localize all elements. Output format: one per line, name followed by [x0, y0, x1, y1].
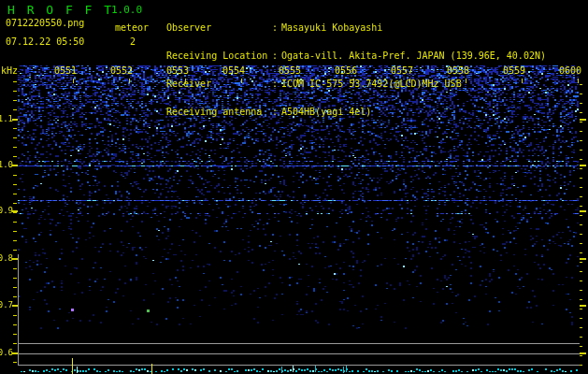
app-title: H R O F F T — [7, 3, 114, 17]
info-label: Receiver — [166, 79, 272, 89]
time-tick-label: 0555 — [276, 65, 304, 76]
info-value: Ogata-vill. Akita-Pref. JAPAN (139.96E, … — [281, 51, 546, 61]
info-colon: : — [272, 108, 281, 117]
info-label: Receiving antenna — [166, 108, 272, 117]
freq-tick-label: 0.6 — [0, 348, 13, 357]
time-tick-label: 0559 — [500, 65, 528, 76]
time-tick-label: 0551 — [51, 65, 79, 76]
info-row-observer: Observer:Masayuki Kobayashi — [166, 23, 546, 33]
time-tick-label: 0552 — [108, 65, 136, 76]
time-tick-label: 0600 — [556, 65, 584, 76]
info-colon: : — [272, 51, 281, 61]
info-value: ICOM IC-575 53.7492(@LCD)MHz USB — [281, 79, 462, 89]
freq-tick-label: 1.0 — [0, 160, 13, 169]
info-label: Observer — [166, 23, 272, 33]
app-version: 1.0.0 — [111, 4, 142, 16]
hrofft-window: H R O F F T 1.0.0 0712220550.png meteor … — [0, 0, 588, 374]
meteor-count: 2 — [130, 36, 136, 47]
info-row-receiver: Receiver:ICOM IC-575 53.7492(@LCD)MHz US… — [166, 79, 546, 89]
mode-label: meteor — [115, 22, 149, 33]
info-row-location: Receiving Location:Ogata-vill. Akita-Pre… — [166, 51, 546, 61]
info-value: A504HB(yagi 4el) — [281, 108, 371, 117]
info-colon: : — [272, 23, 281, 33]
time-tick-label: 0557 — [388, 65, 416, 76]
freq-tick-label: 0.8 — [0, 253, 13, 263]
info-label: Receiving Location — [166, 51, 272, 61]
info-colon: : — [272, 79, 281, 89]
time-tick-label: 0553 — [164, 65, 192, 76]
y-axis-unit-label: kHz — [1, 65, 18, 76]
output-filename: 0712220550.png — [6, 18, 84, 28]
freq-tick-label: 1.1 — [0, 114, 13, 123]
time-tick-label: 0558 — [444, 65, 472, 76]
info-value: Masayuki Kobayashi — [281, 23, 382, 33]
time-tick-label: 0556 — [332, 65, 360, 76]
freq-tick-label: 0.9 — [0, 206, 13, 215]
datetime-stamp: 07.12.22 05:50 — [6, 36, 84, 47]
time-tick-label: 0554 — [220, 65, 248, 76]
info-row-antenna: Receiving antenna:A504HB(yagi 4el) — [166, 108, 546, 117]
freq-tick-label: 0.7 — [0, 300, 13, 309]
